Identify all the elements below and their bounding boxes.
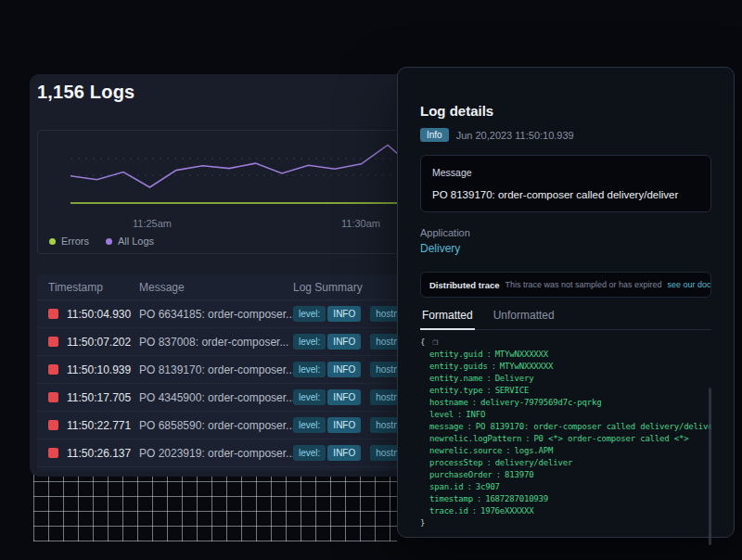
json-value: PO 8139170: order-composer called delive… [476,422,711,431]
message-text: PO 8139170: order-composer called delive… [432,189,699,200]
json-viewer: {❐ entity.guid:MTYwNXXXXXX entity.guids:… [420,336,711,529]
log-level-badge: Info [420,128,449,142]
legend-item[interactable]: All Logs [106,235,154,247]
json-value: logs.APM [515,446,554,455]
json-field-row[interactable]: span.id:3c907 [420,481,711,493]
legend-dot-icon [49,238,56,245]
tab[interactable]: Formatted [420,309,475,330]
json-field-row[interactable]: timestamp:1687287010939 [420,493,711,505]
log-timestamp: 11:50:04.930 [67,308,139,321]
log-severity-icon [48,337,58,347]
json-key: newrelic.source [429,446,502,455]
distributed-trace-label: Distributed trace [429,280,500,290]
level-chip[interactable]: level: [293,445,326,461]
json-key: entity.name [429,374,482,383]
see-our-docs-link[interactable]: see our docs ⧉ [668,280,711,290]
json-value: delivery-7979569d7c-pqrkg [480,398,601,407]
json-key: level [429,410,454,419]
json-key: message [429,422,464,431]
json-field-row[interactable]: level:INFO [420,409,711,421]
log-message: PO 6858590: order-composer... [139,419,293,432]
log-severity-icon [48,364,58,375]
json-field-row[interactable]: entity.name:Delivery [420,373,711,385]
json-field-row[interactable]: newrelic.source:logs.APM [420,445,711,457]
message-label: Message [432,167,699,178]
log-severity-icon [48,392,58,402]
log-message: PO 2023919: order-composer... [139,447,293,460]
log-message: PO 4345900: order-composer... [139,391,293,404]
application-link[interactable]: Delivery [420,242,711,255]
json-field-row[interactable]: entity.type:SERVICE [420,385,711,397]
scrollbar-thumb[interactable] [709,388,711,545]
log-timestamp: 11:50:10.939 [67,363,139,376]
json-field-row[interactable]: hostname:delivery-7979569d7c-pqrkg [420,397,711,409]
json-key: newrelic.logPattern [429,434,521,443]
json-value: delivery/deliver [495,458,573,467]
log-severity-icon [48,448,58,458]
level-chip[interactable]: level: [293,306,326,322]
json-value: 1976eXXXXXX [480,506,533,515]
log-timestamp: 11:50:26.137 [67,447,139,460]
json-field-row[interactable]: purchaseOrder:813970 [420,469,711,481]
log-severity-icon [48,420,58,430]
message-box: Message PO 8139170: order-composer calle… [420,155,711,212]
distributed-trace-text: This trace was not sampled or has expire… [505,280,662,289]
json-key: entity.guid [429,350,482,359]
level-chip[interactable]: level: [293,389,326,405]
level-chip[interactable]: level: [293,334,326,350]
json-open-line: {❐ [420,336,711,349]
json-value: INFO [466,410,485,419]
log-datetime: Jun 20,2023 11:50:10.939 [456,130,574,141]
json-value: MTYwNXXXXXX [500,362,553,371]
json-fields: entity.guid:MTYwNXXXXXX entity.guids:MTY… [420,349,711,517]
json-key: purchaseOrder [429,470,493,479]
json-key: timestamp [429,494,473,503]
log-details-panel: Log details Info Jun 20,2023 11:50:10.93… [397,67,735,538]
copy-icon[interactable]: ❐ [432,337,438,347]
level-value-chip[interactable]: INFO [327,306,361,322]
legend-label: All Logs [118,235,154,247]
json-key: entity.guids [429,362,488,371]
json-close-line: } [420,517,711,529]
level-value-chip[interactable]: INFO [327,445,361,461]
column-header-timestamp[interactable]: Timestamp [48,281,139,294]
log-message: PO 8139170: order-composer... [139,363,293,376]
log-severity-icon [48,309,58,319]
json-key: entity.type [429,386,482,395]
level-value-chip[interactable]: INFO [327,362,361,377]
json-field-row[interactable]: message:PO 8139170: order-composer calle… [420,421,711,433]
json-key: trace.id [429,506,468,515]
json-value: 813970 [505,470,533,479]
json-field-row[interactable]: entity.guid:MTYwNXXXXXX [420,349,711,361]
json-key: processStep [429,458,482,467]
column-header-message: Message [139,281,293,294]
tab[interactable]: Unformatted [492,309,556,329]
log-message: PO 837008: order-composer... [139,336,293,349]
legend-item[interactable]: Errors [49,235,89,247]
level-value-chip[interactable]: INFO [327,334,361,350]
json-value: P0 <*> order-composer called <*> [533,434,688,443]
application-label: Application [420,227,711,238]
details-tabs: FormattedUnformatted [420,309,711,330]
json-value: SERVICE [495,386,530,395]
log-timestamp: 11:50:07.202 [67,336,139,349]
legend-dot-icon [106,238,112,245]
log-timestamp: 11:50:22.771 [67,419,139,432]
level-value-chip[interactable]: INFO [327,389,361,405]
json-value: Delivery [495,374,534,383]
legend-label: Errors [61,235,89,247]
json-field-row[interactable]: trace.id:1976eXXXXXX [420,505,711,517]
json-field-row[interactable]: newrelic.logPattern:P0 <*> order-compose… [420,433,711,445]
level-chip[interactable]: level: [293,417,326,433]
json-key: span.id [429,482,464,491]
json-field-row[interactable]: entity.guids:MTYwNXXXXXX [420,361,711,373]
level-chip[interactable]: level: [293,362,326,377]
json-key: hostname [429,398,468,407]
json-field-row[interactable]: processStep:delivery/deliver [420,457,711,469]
details-title: Log details [420,103,711,119]
level-value-chip[interactable]: INFO [327,417,361,433]
x-axis-tick-1125am: 11:25am [133,218,172,229]
details-meta: Info Jun 20,2023 11:50:10.939 [420,128,711,142]
page-title: 1,156 Logs [37,82,134,103]
distributed-trace-box: Distributed trace This trace was not sam… [420,272,711,298]
